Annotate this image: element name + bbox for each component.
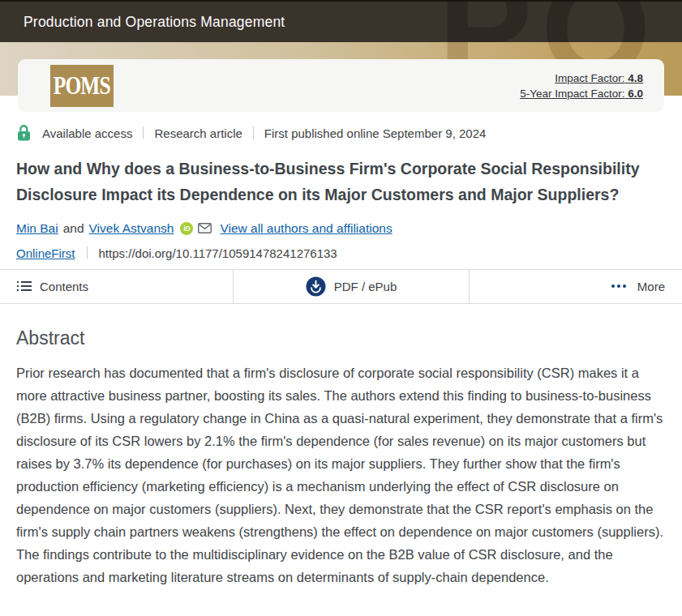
- article-meta-row: Available access Research article First …: [16, 123, 666, 143]
- journal-banner-title: Production and Operations Management: [24, 14, 285, 31]
- more-label: More: [637, 280, 665, 293]
- orcid-icon[interactable]: iD: [180, 222, 193, 235]
- article-toolbar: Contents PDF / ePub More: [0, 269, 682, 304]
- masthead-card: POMS Impact Factor: 4.8 5-Year Impact Fa…: [18, 59, 664, 112]
- download-circle-icon: [306, 276, 326, 297]
- article-type-label: Research article: [154, 126, 242, 140]
- article-title: How and Why does a Business-to-Business …: [16, 156, 666, 208]
- online-first-link[interactable]: OnlineFirst: [16, 246, 75, 260]
- view-all-authors-link[interactable]: View all authors and affiliations: [220, 221, 392, 236]
- five-year-impact-factor-value: 6.0: [628, 88, 643, 100]
- list-icon: [17, 281, 32, 291]
- envelope-icon[interactable]: [198, 223, 212, 233]
- divider: [143, 126, 144, 139]
- abstract-text: Prior research has documented that a fir…: [16, 361, 666, 588]
- author-link[interactable]: Min Bai: [16, 221, 58, 236]
- access-label: Available access: [42, 126, 132, 140]
- author-link[interactable]: Vivek Astvansh: [89, 221, 174, 236]
- doi-text: https://doi.org/10.1177/1059147824127613…: [99, 246, 337, 260]
- open-lock-icon: [16, 124, 32, 142]
- abstract-heading: Abstract: [16, 327, 666, 349]
- published-date-label: First published online September 9, 2024: [264, 126, 487, 140]
- five-year-impact-factor-link[interactable]: 5-Year Impact Factor: 6.0: [520, 88, 643, 100]
- ellipsis-icon: [611, 284, 626, 288]
- and-label: and: [63, 221, 84, 236]
- abstract-section: Abstract Prior research has documented t…: [0, 327, 682, 588]
- contents-label: Contents: [40, 280, 88, 293]
- divider: [253, 126, 254, 139]
- journal-logo-text: POMS: [54, 71, 110, 101]
- journal-banner: PO Production and Operations Management: [0, 0, 682, 42]
- divider: [87, 246, 88, 259]
- pdf-epub-button[interactable]: PDF / ePub: [233, 270, 469, 303]
- contents-button[interactable]: Contents: [0, 270, 233, 303]
- journal-logo[interactable]: POMS: [50, 65, 114, 107]
- banner-watermark: PO: [438, 0, 659, 42]
- doi-row: OnlineFirst https://doi.org/10.1177/1059…: [16, 246, 666, 260]
- more-button[interactable]: More: [469, 270, 682, 303]
- impact-factor-block: Impact Factor: 4.8 5-Year Impact Factor:…: [520, 71, 643, 101]
- impact-factor-link[interactable]: Impact Factor: 4.8: [555, 72, 643, 84]
- pdf-epub-label: PDF / ePub: [334, 280, 397, 293]
- authors-row: Min Bai and Vivek Astvansh iD View all a…: [16, 221, 666, 236]
- impact-factor-value: 4.8: [628, 72, 643, 84]
